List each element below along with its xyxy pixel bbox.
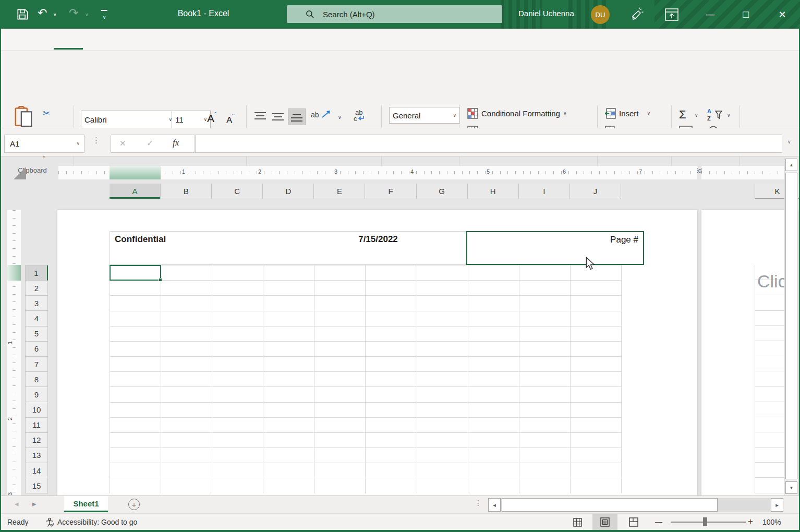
column-header-i[interactable]: I [519,184,570,199]
font-size-dropdown-icon: ∨ [203,117,207,122]
column-header-h[interactable]: H [468,184,519,199]
view-page-layout-button[interactable] [592,514,617,530]
sort-filter-dropdown[interactable]: ∨ [727,113,731,118]
undo-dropdown[interactable]: ∨ [53,13,57,17]
conditional-formatting-button[interactable]: Conditional Formatting ∨ [467,108,567,119]
autosum-dropdown[interactable]: ∨ [695,113,698,118]
row-header-4[interactable]: 4 [25,311,48,326]
page-header-center[interactable]: 7/15/2022 [290,231,467,265]
font-size-combo[interactable]: 11 ∨ [172,111,211,129]
scroll-right-button[interactable]: ▸ [771,498,783,512]
row-header-13[interactable]: 13 [25,448,48,463]
fill-handle[interactable] [159,278,162,282]
row-header-8[interactable]: 8 [25,372,48,387]
undo-icon: ↶ [38,6,47,19]
scroll-up-button[interactable]: ▲ [785,159,797,171]
row-header-12[interactable]: 12 [25,433,48,448]
cancel-button[interactable]: ✕ [119,139,126,148]
avatar[interactable]: DU [591,5,610,24]
zoom-level[interactable]: 100% [762,518,781,526]
column-header-d[interactable]: D [263,184,314,199]
add-sheet-button[interactable]: + [128,499,140,510]
worksheet-grid[interactable] [110,265,622,493]
row-header-2[interactable]: 2 [25,281,48,296]
redo-dropdown[interactable]: ∨ [85,13,89,17]
row-header-11[interactable]: 11 [25,418,48,433]
column-header-e[interactable]: E [314,184,365,199]
row-header-3[interactable]: 3 [25,296,48,311]
middle-align-button[interactable] [271,111,285,123]
expand-formula-bar-button[interactable]: ∨ [787,140,791,144]
orientation-dropdown[interactable]: ∨ [338,115,342,120]
number-format-combo[interactable]: General ∨ [389,107,460,124]
insert-cells-button[interactable]: Insert ∨ [605,108,650,119]
view-page-break-button[interactable] [623,515,645,529]
vertical-scroll-thumb[interactable] [785,173,797,479]
column-header-j[interactable]: J [570,184,621,199]
megaphone-icon [629,7,645,22]
close-button[interactable]: ✕ [768,0,797,29]
zoom-in-button[interactable]: + [748,516,753,527]
orientation-button[interactable]: ab [311,110,332,119]
page-header-right[interactable]: Page # [466,231,644,265]
zoom-slider-thumb[interactable] [703,517,707,526]
account-name[interactable]: Daniel Uchenna [518,9,574,18]
vertical-scrollbar[interactable]: ▲ ▼ [784,158,798,495]
enter-button[interactable]: ✓ [147,138,153,148]
name-box-dropdown-icon: ∨ [76,141,80,146]
coming-soon-button[interactable] [629,7,645,22]
scroll-left-button[interactable]: ◂ [488,498,501,512]
column-header-f[interactable]: F [365,184,416,199]
row-header-9[interactable]: 9 [25,387,48,402]
page-header-left[interactable]: Confidential [110,231,290,265]
ribbon: Paste ∨ ✂ ∨ Clipboard Calibri ∨ 11 ∨ Aˆ … [0,51,800,128]
status-mode[interactable]: Ready [7,518,28,526]
row-header-7[interactable]: 7 [25,357,48,372]
minimize-button[interactable]: — [696,0,725,29]
zoom-slider-track[interactable] [671,522,746,523]
select-all-corner[interactable] [14,167,26,179]
accessibility-status[interactable]: Accessibility: Good to go [57,518,137,526]
redo-button[interactable]: ↷ [69,6,78,20]
row-header-15[interactable]: 15 [25,478,48,493]
quick-access-toolbar-button[interactable]: ∨ [101,10,107,21]
name-box-resize-handle[interactable]: ⋮ [92,136,100,145]
horizontal-scrollbar[interactable]: ◂ ▸ [488,498,783,512]
insert-function-button[interactable]: fx [173,138,179,148]
row-header-5[interactable]: 5 [25,327,48,342]
row-header-1[interactable]: 1 [25,265,48,281]
search-box[interactable]: Search (Alt+Q) [287,5,502,23]
autosum-button[interactable]: Σ [679,108,686,122]
wrap-text-button[interactable]: ab c [354,109,365,122]
scroll-down-button[interactable]: ▼ [785,481,797,494]
name-box[interactable]: A1 ∨ [4,135,84,153]
cut-button[interactable]: ✂ [43,108,50,119]
column-header-c[interactable]: C [212,184,263,199]
sheet-tab-sheet1[interactable]: Sheet1 [64,496,108,512]
maximize-button[interactable]: □ [731,0,760,29]
search-icon [306,10,314,19]
bottom-align-button[interactable] [288,108,306,125]
horizontal-scroll-thumb[interactable] [502,498,718,512]
next-sheet-button[interactable]: ▸ [32,499,37,509]
ribbon-display-options-button[interactable] [664,8,679,21]
increase-font-button[interactable]: Aˆ [207,111,216,125]
zoom-out-button[interactable]: — [655,517,662,526]
view-normal-button[interactable] [566,515,588,529]
font-name-combo[interactable]: Calibri ∨ [81,111,176,129]
column-header-g[interactable]: G [417,184,468,199]
row-header-10[interactable]: 10 [25,402,48,417]
column-header-a[interactable]: A [110,184,161,199]
sort-filter-button[interactable]: A Z [706,107,724,123]
decrease-font-button[interactable]: Aˇ [226,113,235,126]
selected-cell-a1[interactable] [110,265,161,281]
undo-button[interactable]: ↶ [38,6,47,20]
scrollbar-resize-handle[interactable]: ⋮ [475,499,482,507]
formula-input[interactable] [195,135,782,153]
row-header-6[interactable]: 6 [25,342,48,357]
save-button[interactable] [17,8,29,20]
column-header-b[interactable]: B [161,184,212,199]
top-align-button[interactable] [253,111,267,123]
row-header-14[interactable]: 14 [25,463,48,478]
prev-sheet-button[interactable]: ◂ [15,499,19,509]
